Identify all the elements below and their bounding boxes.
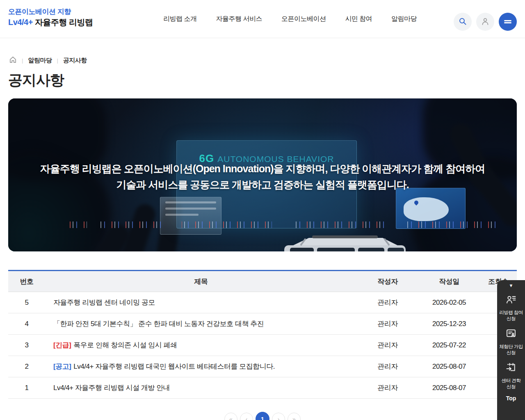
row-no: 4 bbox=[8, 320, 45, 328]
search-icon bbox=[459, 17, 467, 27]
row-date: 2025-08-07 bbox=[418, 384, 480, 392]
col-header-author: 작성자 bbox=[357, 277, 418, 286]
nav-item-openinnovation[interactable]: 오픈이노베이션 bbox=[281, 15, 326, 23]
pagination-page-1[interactable]: 1 bbox=[256, 412, 269, 420]
row-author: 관리자 bbox=[357, 298, 418, 307]
pagination: « ‹ 1 › » bbox=[0, 413, 525, 420]
pagination-first-button[interactable]: « bbox=[224, 413, 237, 420]
row-title[interactable]: [공고]Lv4/4+ 자율주행 리빙랩 대국민 웹사이트 베타테스터를 모집합니… bbox=[45, 362, 357, 371]
calendar-arrow-icon bbox=[505, 362, 517, 375]
nav-item-citizen[interactable]: 시민 참여 bbox=[345, 15, 372, 23]
scroll-top-button[interactable]: Top bbox=[506, 395, 516, 402]
hamburger-icon bbox=[504, 19, 511, 25]
logo-tagline: 오픈이노베이션 지향 bbox=[8, 7, 93, 17]
row-no: 1 bbox=[8, 384, 45, 392]
col-header-title: 제목 bbox=[45, 277, 357, 286]
table-row[interactable]: 2 [공고]Lv4/4+ 자율주행 리빙랩 대국민 웹사이트 베타테스터를 모집… bbox=[8, 356, 517, 377]
autonomous-van bbox=[277, 235, 412, 251]
row-title[interactable]: 「한파 안전 5대 기본수칙」 준수 한파 대비 노동자 건강보호 대책 추진 bbox=[45, 319, 357, 329]
row-author: 관리자 bbox=[357, 383, 418, 393]
quick-menu-experience-join[interactable]: 체험단 가입 신청 bbox=[499, 328, 523, 356]
notice-table: 번호 제목 작성자 작성일 조회수 5 자율주행 리빙랩 센터 네이밍 공모 관… bbox=[8, 270, 517, 399]
row-no: 3 bbox=[8, 341, 45, 349]
hero-caption-line1: 자율주행 리빙랩은 오픈이노베이션(Open Innovation)을 지향하며… bbox=[8, 161, 517, 177]
hologram-subpanel-left bbox=[160, 197, 221, 235]
quick-menu-label: 리빙랩 참여 신청 bbox=[499, 310, 523, 322]
page-title: 공지사항 bbox=[8, 71, 64, 90]
person-list-icon bbox=[505, 294, 517, 307]
row-date: 2025-08-07 bbox=[418, 363, 480, 371]
nav-item-notice[interactable]: 알림마당 bbox=[391, 15, 417, 23]
row-date: 2025-12-23 bbox=[418, 320, 480, 328]
row-no: 5 bbox=[8, 299, 45, 307]
logo-title: Lv4/4+ 자율주행 리빙랩 bbox=[8, 17, 93, 28]
table-row[interactable]: 3 [긴급]폭우로 인해 창의존 시설 임시 폐쇄 관리자 2025-07-22 bbox=[8, 335, 517, 356]
row-author: 관리자 bbox=[357, 362, 418, 371]
menu-button[interactable] bbox=[499, 13, 517, 31]
quick-menu-label: 센터 견학 신청 bbox=[502, 378, 521, 390]
row-date: 2025-07-22 bbox=[418, 341, 480, 349]
breadcrumb: | 알림마당 | 공지사항 bbox=[9, 56, 87, 65]
table-row[interactable]: 5 자율주행 리빙랩 센터 네이밍 공모 관리자 2026-02-05 bbox=[8, 292, 517, 313]
row-no: 2 bbox=[8, 363, 45, 371]
page: 오픈이노베이션 지향 Lv4/4+ 자율주행 리빙랩 리빙랩 소개 자율주행 서… bbox=[0, 0, 525, 420]
pagination-prev-button[interactable]: ‹ bbox=[240, 413, 253, 420]
header: 오픈이노베이션 지향 Lv4/4+ 자율주행 리빙랩 리빙랩 소개 자율주행 서… bbox=[0, 0, 525, 38]
header-actions bbox=[454, 13, 517, 31]
urgent-tag: [긴급] bbox=[53, 341, 71, 349]
quick-menu-label: 체험단 가입 신청 bbox=[499, 344, 523, 356]
hero-caption: 자율주행 리빙랩은 오픈이노베이션(Open Innovation)을 지향하며… bbox=[8, 161, 517, 193]
table-header-row: 번호 제목 작성자 작성일 조회수 bbox=[8, 270, 517, 292]
logo-level: Lv4/4+ bbox=[8, 18, 33, 27]
row-date: 2026-02-05 bbox=[418, 299, 480, 307]
row-author: 관리자 bbox=[357, 340, 418, 350]
pagination-last-button[interactable]: » bbox=[288, 413, 301, 420]
breadcrumb-separator: | bbox=[57, 57, 58, 64]
quick-menu-collapse-button[interactable]: ▼ bbox=[509, 283, 514, 288]
clipboard-person-icon bbox=[505, 328, 517, 341]
quick-menu-panel: ▼ 리빙랩 참여 신청 bbox=[497, 280, 525, 420]
table-row[interactable]: 4 「한파 안전 5대 기본수칙」 준수 한파 대비 노동자 건강보호 대책 추… bbox=[8, 313, 517, 335]
breadcrumb-separator: | bbox=[22, 57, 23, 64]
notice-tag: [공고] bbox=[53, 363, 71, 370]
equalizer-bars bbox=[70, 221, 500, 228]
search-button[interactable] bbox=[454, 13, 472, 31]
home-icon[interactable] bbox=[9, 56, 17, 65]
hero-banner: 6GAUTONOMOUS BEHAVIOR 자율주행 리빙랩은 오픈이노베이션(… bbox=[8, 98, 517, 251]
col-header-date: 작성일 bbox=[418, 277, 480, 286]
nav-item-service[interactable]: 자율주행 서비스 bbox=[216, 15, 262, 23]
row-title[interactable]: [긴급]폭우로 인해 창의존 시설 임시 폐쇄 bbox=[45, 340, 357, 350]
quick-menu-livinglab-apply[interactable]: 리빙랩 참여 신청 bbox=[499, 294, 523, 322]
hero-caption-line2: 기술과 서비스를 공동으로 개발하고 검증하는 실험적 플랫폼입니다. bbox=[8, 177, 517, 193]
logo-name: 자율주행 리빙랩 bbox=[33, 18, 93, 27]
breadcrumb-level2[interactable]: 공지사항 bbox=[63, 57, 87, 64]
table-row[interactable]: 1 Lv4/4+ 자율주행 리빙랩 시설 개방 안내 관리자 2025-08-0… bbox=[8, 377, 517, 399]
row-author: 관리자 bbox=[357, 319, 418, 329]
pagination-next-button[interactable]: › bbox=[272, 413, 285, 420]
login-button[interactable] bbox=[476, 13, 494, 31]
row-title[interactable]: Lv4/4+ 자율주행 리빙랩 시설 개방 안내 bbox=[45, 383, 357, 393]
quick-menu-center-tour[interactable]: 센터 견학 신청 bbox=[502, 362, 521, 390]
breadcrumb-level1[interactable]: 알림마당 bbox=[28, 57, 52, 64]
nav-item-intro[interactable]: 리빙랩 소개 bbox=[163, 15, 196, 23]
user-icon bbox=[481, 17, 490, 27]
main-nav: 리빙랩 소개 자율주행 서비스 오픈이노베이션 시민 참여 알림마당 bbox=[163, 0, 417, 38]
row-title[interactable]: 자율주행 리빙랩 센터 네이밍 공모 bbox=[45, 298, 357, 307]
site-logo[interactable]: 오픈이노베이션 지향 Lv4/4+ 자율주행 리빙랩 bbox=[8, 7, 93, 28]
col-header-no: 번호 bbox=[8, 277, 45, 286]
